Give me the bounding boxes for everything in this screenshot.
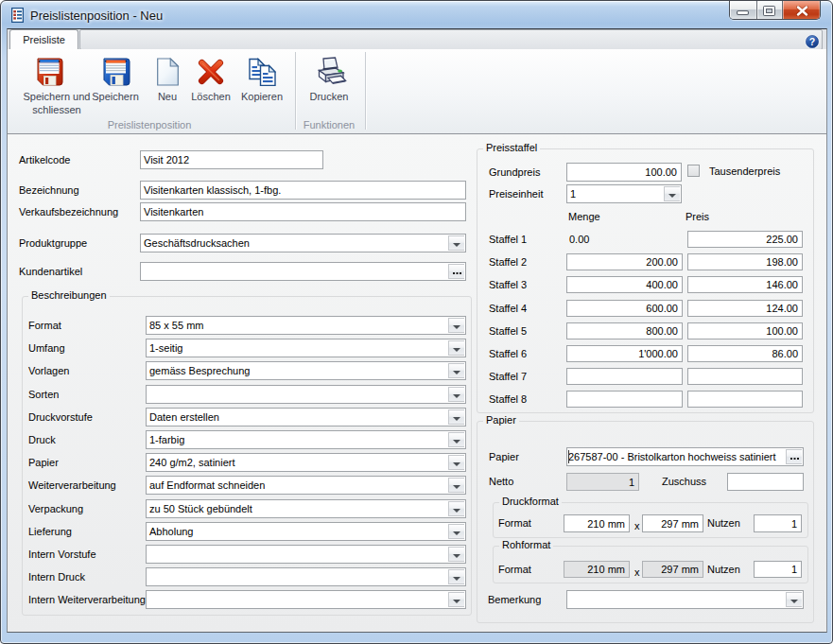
svg-text:?: ? xyxy=(809,36,815,47)
